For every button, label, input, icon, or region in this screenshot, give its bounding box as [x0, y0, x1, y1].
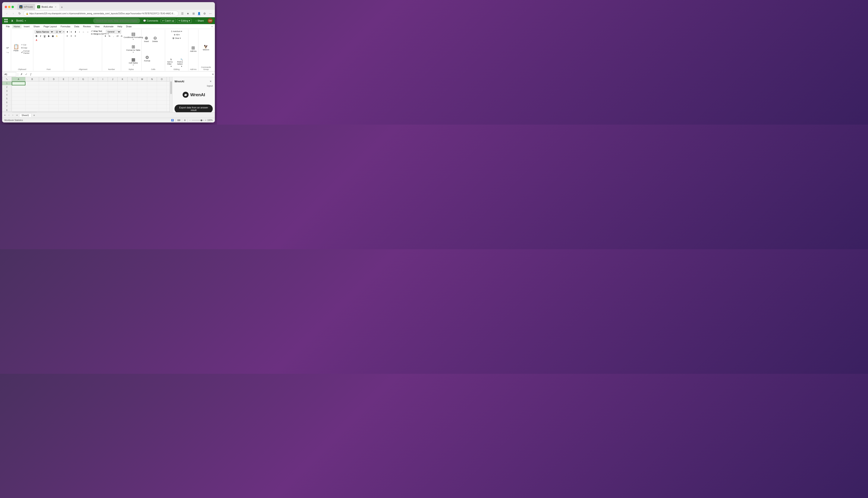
row-number-5[interactable]: 5 — [2, 97, 12, 101]
cell-N3[interactable] — [147, 89, 157, 93]
text-direction-button[interactable]: ↕ — [78, 30, 81, 34]
cell-L1[interactable] — [128, 81, 137, 86]
cell-I8[interactable] — [98, 108, 108, 112]
extensions-icon[interactable]: ⚙ — [202, 11, 207, 16]
undo-button[interactable]: ↩ — [5, 45, 11, 50]
cell-E3[interactable] — [59, 89, 68, 93]
format-button[interactable]: ⚙ Format — [143, 52, 152, 65]
find-select-button[interactable]: 🔍 Find & Select ▾ — [176, 58, 187, 68]
cell-K3[interactable] — [118, 89, 128, 93]
delete-button[interactable]: ⊖ Delete — [151, 33, 159, 45]
cell-H7[interactable] — [88, 105, 98, 108]
menu-help[interactable]: Help — [116, 25, 124, 28]
cell-A2[interactable] — [12, 86, 25, 89]
indent-decrease-button[interactable]: ← — [81, 30, 86, 34]
bold-button[interactable]: B — [35, 34, 38, 38]
cell-E6[interactable] — [59, 101, 68, 105]
cell-H8[interactable] — [88, 108, 98, 112]
row-number-7[interactable]: 7 — [2, 105, 12, 108]
menu-draw[interactable]: Draw — [124, 25, 133, 28]
collections-icon[interactable]: ⊞ — [191, 11, 196, 16]
cell-O5[interactable] — [157, 97, 167, 101]
cell-J3[interactable] — [108, 89, 118, 93]
col-header-P[interactable]: P — [167, 77, 169, 81]
cell-N7[interactable] — [147, 105, 157, 108]
menu-review[interactable]: Review — [81, 25, 92, 28]
cell-J4[interactable] — [108, 93, 118, 97]
cell-M1[interactable] — [137, 81, 147, 86]
cell-C7[interactable] — [39, 105, 49, 108]
col-header-E[interactable]: E — [59, 77, 68, 81]
cell-I2[interactable] — [98, 86, 108, 89]
minimize-button[interactable] — [8, 6, 11, 8]
cell-E4[interactable] — [59, 93, 68, 97]
cell-G8[interactable] — [78, 108, 88, 112]
align-center-button[interactable]: ≡ — [69, 34, 73, 38]
cell-K8[interactable] — [118, 108, 128, 112]
cell-M3[interactable] — [137, 89, 147, 93]
menu-formulas[interactable]: Formulas — [59, 25, 72, 28]
cell-P1[interactable] — [167, 81, 169, 86]
cell-F4[interactable] — [68, 93, 78, 97]
cell-K6[interactable] — [118, 101, 128, 105]
reading-view-icon[interactable]: ☰ — [180, 11, 185, 16]
menu-insert[interactable]: Insert — [22, 25, 31, 28]
col-header-M[interactable]: M — [137, 77, 147, 81]
close-button[interactable] — [5, 6, 7, 8]
back-button[interactable]: ‹ — [4, 11, 9, 16]
cell-reference-input[interactable] — [3, 72, 16, 76]
comma-btn[interactable]: , — [112, 34, 115, 38]
favorites-icon[interactable]: ★ — [186, 11, 191, 16]
cell-L3[interactable] — [128, 89, 137, 93]
cell-D8[interactable] — [49, 108, 59, 112]
cell-H4[interactable] — [88, 93, 98, 97]
cell-I7[interactable] — [98, 105, 108, 108]
cell-H1[interactable] — [88, 81, 98, 86]
cell-K2[interactable] — [118, 86, 128, 89]
paste-button[interactable]: 📋 Paste — [12, 43, 20, 54]
cell-E8[interactable] — [59, 108, 68, 112]
align-right-button[interactable]: ≡ — [74, 34, 77, 38]
cell-N6[interactable] — [147, 101, 157, 105]
fullscreen-button[interactable] — [12, 6, 14, 8]
cell-K5[interactable] — [118, 97, 128, 101]
cell-B8[interactable] — [25, 108, 39, 112]
cell-D1[interactable] — [49, 81, 59, 86]
cell-J2[interactable] — [108, 86, 118, 89]
row-number-2[interactable]: 2 — [2, 86, 12, 89]
cell-G6[interactable] — [78, 101, 88, 105]
cell-M8[interactable] — [137, 108, 147, 112]
cell-F5[interactable] — [68, 97, 78, 101]
wrenai-ribbon-button[interactable]: 🦅 WrenAI — [202, 42, 210, 54]
horizontal-scrollbar[interactable] — [2, 112, 169, 112]
cell-P8[interactable] — [167, 108, 169, 112]
cell-P3[interactable] — [167, 89, 169, 93]
cell-B2[interactable] — [25, 86, 39, 89]
col-header-O[interactable]: O — [157, 77, 167, 81]
sheet-tab-sheet1[interactable]: Sheet1 — [19, 113, 31, 117]
cell-D3[interactable] — [49, 89, 59, 93]
copy-button[interactable]: ⧉Copy — [21, 47, 32, 49]
col-header-J[interactable]: J — [108, 77, 118, 81]
cell-J5[interactable] — [108, 97, 118, 101]
zoom-out-btn[interactable]: − — [190, 119, 191, 121]
cell-O4[interactable] — [157, 93, 167, 97]
more-icon[interactable]: ⋯ — [208, 11, 213, 16]
cell-N1[interactable] — [147, 81, 157, 86]
cell-L8[interactable] — [128, 108, 137, 112]
confirm-formula-icon[interactable]: ✓ — [24, 72, 28, 76]
cell-F1[interactable] — [68, 81, 78, 86]
format-painter-button[interactable]: 🖌Format Painter — [21, 50, 32, 54]
col-header-I[interactable]: I — [98, 77, 108, 81]
col-header-C[interactable]: C — [39, 77, 49, 81]
ribbon-collapse-btn[interactable]: ▾ — [212, 25, 213, 28]
cell-A7[interactable] — [12, 105, 25, 108]
cell-J7[interactable] — [108, 105, 118, 108]
col-header-G[interactable]: G — [78, 77, 88, 81]
redo-button[interactable]: ↪ — [5, 50, 11, 55]
cell-C4[interactable] — [39, 93, 49, 97]
cell-C3[interactable] — [39, 89, 49, 93]
cell-H5[interactable] — [88, 97, 98, 101]
comments-btn[interactable]: 💬 Comments — [142, 19, 159, 23]
cell-O3[interactable] — [157, 89, 167, 93]
